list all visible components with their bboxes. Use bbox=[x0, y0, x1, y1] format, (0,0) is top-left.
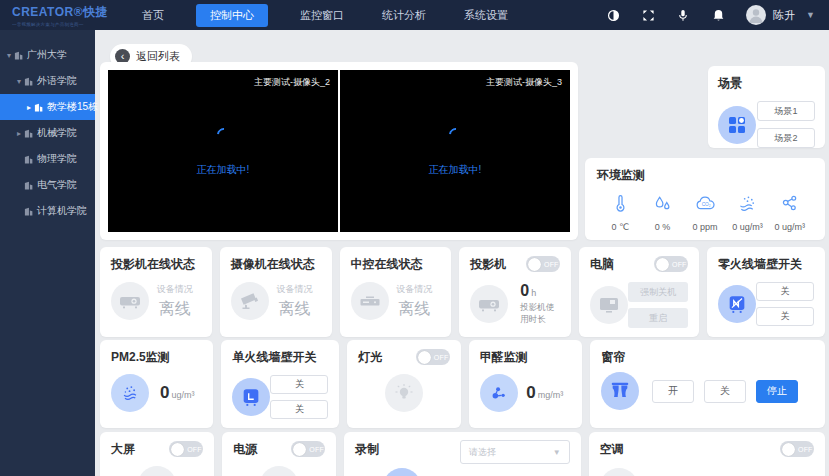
scene-1-button[interactable]: 场景1 bbox=[757, 101, 815, 121]
curtain-close-button[interactable]: 关 bbox=[704, 380, 746, 403]
toggle-off-label: OFF bbox=[672, 261, 687, 268]
pm25-value: 0 bbox=[160, 383, 169, 402]
sidebar-item-university[interactable]: ▾ 广州大学 bbox=[0, 42, 95, 68]
card-title: 单火线墙壁开关 bbox=[232, 349, 328, 366]
projector-hours-unit: h bbox=[531, 288, 536, 298]
humidity-metric: 0 % bbox=[641, 194, 683, 232]
projector-control-card: 投影机 OFF 0h 投影机使用时长 bbox=[459, 247, 571, 337]
sidebar-item-mechanical[interactable]: ▸ 机械学院 bbox=[0, 120, 95, 146]
building-icon bbox=[14, 51, 23, 60]
toggle-off-label: OFF bbox=[544, 261, 559, 268]
big-screen-icon bbox=[138, 466, 176, 476]
null-wire-switch-card: 零火线墙壁开关 关 关 bbox=[707, 247, 825, 337]
toggle-knob bbox=[656, 258, 669, 271]
curtain-control-card: 窗帘 开 关 停止 bbox=[590, 340, 825, 428]
light-control-card: 灯光 OFF bbox=[347, 340, 460, 428]
sidebar-item-label: 外语学院 bbox=[37, 74, 77, 88]
curtain-open-button[interactable]: 开 bbox=[652, 380, 694, 403]
sidebar-item-label: 计算机学院 bbox=[37, 204, 87, 218]
molecule-value: 0 ug/m³ bbox=[775, 222, 806, 232]
big-screen-control-card: 大屏 OFF bbox=[100, 432, 214, 476]
card-title: 窗帘 bbox=[601, 349, 814, 366]
sidebar-item-electrical[interactable]: 电气学院 bbox=[0, 172, 95, 198]
temperature-value: 0 ℃ bbox=[611, 222, 629, 232]
computer-toggle[interactable]: OFF bbox=[654, 256, 688, 272]
power-toggle[interactable]: OFF bbox=[291, 441, 325, 457]
curtain-stop-button[interactable]: 停止 bbox=[756, 380, 798, 403]
bell-icon[interactable] bbox=[711, 8, 725, 22]
top-navbar: CREATOR®快捷 —音视频解决方案与产品制造商— 首页 控制中心 监控窗口 … bbox=[0, 0, 829, 30]
record-source-select[interactable]: 请选择 ▼ bbox=[460, 440, 570, 464]
menu-item-monitor-window[interactable]: 监控窗口 bbox=[294, 4, 350, 27]
single-wire-switch-card: 单火线墙壁开关 关 关 bbox=[221, 340, 339, 428]
camera-status-card: 摄像机在线状态 设备情况 离线 bbox=[220, 247, 332, 337]
restart-button[interactable]: 重启 bbox=[628, 308, 688, 328]
video-title: 主要测试-摄像头_2 bbox=[254, 76, 330, 89]
card-title: 摄像机在线状态 bbox=[231, 256, 321, 273]
projector-toggle[interactable]: OFF bbox=[526, 256, 560, 272]
single-wire-off-button-1[interactable]: 关 bbox=[270, 375, 328, 394]
ac-toggle[interactable]: OFF bbox=[780, 441, 814, 457]
video-loading: 正在加载中! bbox=[108, 128, 338, 177]
menu-item-settings[interactable]: 系统设置 bbox=[458, 4, 514, 27]
central-control-status-card: 中控在线状态 设备情况 离线 bbox=[340, 247, 452, 337]
menu-item-home[interactable]: 首页 bbox=[136, 4, 170, 27]
projector-icon bbox=[111, 282, 149, 320]
caret-down-icon: ▾ bbox=[4, 51, 14, 60]
control-host-icon bbox=[351, 282, 389, 320]
pm-value: 0 ug/m³ bbox=[732, 222, 763, 232]
user-name: 陈升 bbox=[773, 8, 795, 23]
pm-metric: 0 ug/m³ bbox=[726, 194, 768, 232]
svg-text:CO₂: CO₂ bbox=[701, 202, 710, 207]
formaldehyde-molecule-icon bbox=[480, 374, 518, 412]
toggle-off-label: OFF bbox=[798, 446, 813, 453]
microphone-icon[interactable] bbox=[676, 8, 690, 22]
ac-control-card: 空调 OFF 26 制冷模式 制暖模式 bbox=[589, 432, 825, 476]
power-control-card: 电源 OFF bbox=[222, 432, 336, 476]
main-content: ‹ 返回列表 主要测试-摄像头_2 正在加载中! 主要测试-摄像头_3 正在加载… bbox=[95, 30, 829, 476]
card-title: 甲醛监测 bbox=[480, 349, 571, 366]
loading-text: 正在加载中! bbox=[197, 163, 250, 177]
sidebar-item-label: 机械学院 bbox=[37, 126, 77, 140]
single-wire-off-button-2[interactable]: 关 bbox=[270, 400, 328, 419]
fullscreen-icon[interactable] bbox=[641, 8, 655, 22]
force-shutdown-button[interactable]: 强制关机 bbox=[628, 282, 688, 302]
projector-hours-label: 投影机使用时长 bbox=[520, 302, 560, 326]
device-status-value: 离线 bbox=[396, 299, 432, 320]
scene-2-button[interactable]: 场景2 bbox=[757, 128, 815, 148]
sidebar-item-building-15[interactable]: ▸ 教学楼15栋 bbox=[0, 94, 95, 120]
big-screen-toggle[interactable]: OFF bbox=[169, 441, 203, 457]
sidebar-item-physics[interactable]: 物理学院 bbox=[0, 146, 95, 172]
sidebar-item-computer-science[interactable]: 计算机学院 bbox=[0, 198, 95, 224]
user-menu[interactable]: 陈升 ▼ bbox=[746, 5, 815, 25]
formaldehyde-monitor-card: 甲醛监测 0mg/m³ bbox=[469, 340, 582, 428]
menu-item-control-center[interactable]: 控制中心 bbox=[196, 4, 268, 27]
null-wire-off-button-1[interactable]: 关 bbox=[756, 282, 814, 301]
null-wire-off-button-2[interactable]: 关 bbox=[756, 307, 814, 326]
humidity-icon bbox=[653, 194, 672, 217]
caret-down-icon: ▾ bbox=[14, 77, 24, 86]
video-panel-camera-3[interactable]: 主要测试-摄像头_3 正在加载中! bbox=[340, 70, 570, 232]
menu-item-statistics[interactable]: 统计分析 bbox=[376, 4, 432, 27]
org-tree-sidebar: ▾ 广州大学 ▾ 外语学院 ▸ 教学楼15栋 ▸ 机械学院 物理学院 电气学院 … bbox=[0, 30, 95, 476]
toggle-knob bbox=[782, 443, 795, 456]
loading-text: 正在加载中! bbox=[429, 163, 482, 177]
select-placeholder: 请选择 bbox=[469, 446, 496, 459]
sidebar-item-foreign-language[interactable]: ▾ 外语学院 bbox=[0, 68, 95, 94]
sidebar-item-label: 物理学院 bbox=[37, 152, 77, 166]
device-status-value: 离线 bbox=[157, 299, 193, 320]
projector-hours-value: 0 bbox=[520, 282, 529, 299]
theme-icon[interactable] bbox=[606, 8, 620, 22]
building-icon bbox=[24, 77, 33, 86]
light-toggle[interactable]: OFF bbox=[416, 349, 450, 365]
light-bulb-icon bbox=[385, 374, 423, 412]
pm25-unit: ug/m³ bbox=[171, 390, 194, 400]
video-title: 主要测试-摄像头_3 bbox=[486, 76, 562, 89]
video-panel-camera-2[interactable]: 主要测试-摄像头_2 正在加载中! bbox=[108, 70, 338, 232]
chevron-down-icon: ▼ bbox=[553, 448, 561, 457]
card-title: 中控在线状态 bbox=[351, 256, 441, 273]
environment-title: 环境监测 bbox=[597, 167, 813, 184]
brand-subtitle: —音视频解决方案与产品制造商— bbox=[12, 21, 107, 26]
toggle-off-label: OFF bbox=[187, 446, 202, 453]
formaldehyde-value: 0 bbox=[526, 383, 535, 402]
